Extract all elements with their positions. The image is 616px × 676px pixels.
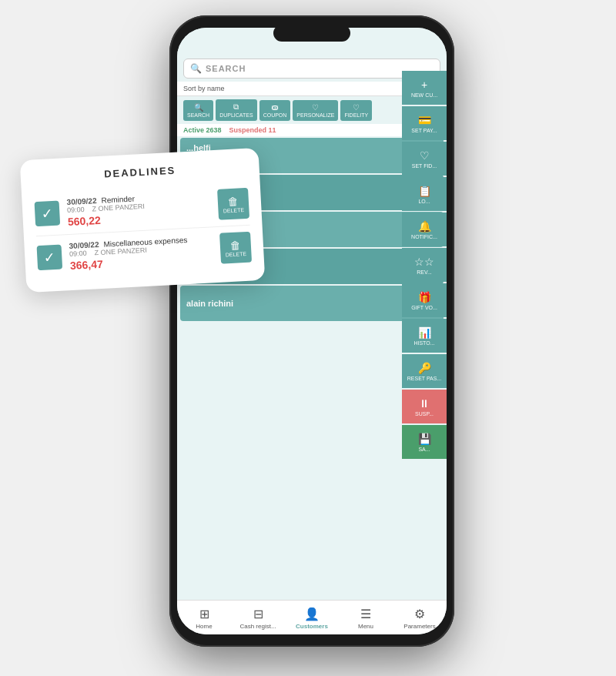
document-icon: 📋 [418,185,431,197]
personalize-icon: ♡ [312,103,319,112]
trash-icon: 🗑 [227,195,239,208]
cash-register-icon: ⊟ [253,607,263,621]
filter-search-btn[interactable]: 🔍 SEARCH [183,100,213,121]
bell-icon: 🔔 [418,220,431,233]
deadline-content-2: 30/09/22 Miscellaneous expenses 09:00 Z … [69,234,213,272]
history-icon: 📊 [418,326,431,339]
filter-coupon-btn[interactable]: 🎟 COUPON [259,100,291,121]
phone-notch [273,25,350,42]
trash-icon-2: 🗑 [229,239,241,252]
customer-info-5: alain richini [186,299,420,308]
fidelity-icon: ♡ [353,103,360,112]
sidebar-save-btn[interactable]: 💾 SA... [402,425,447,459]
filter-personalize-btn[interactable]: ♡ PERSONALIZE [293,100,338,121]
home-icon: ⊞ [199,607,209,621]
nav-customers[interactable]: 👤 Customers [285,605,339,631]
filter-fidelity-btn[interactable]: ♡ FIDELITY [340,100,372,121]
nav-home-label: Home [196,623,212,630]
menu-icon: ☰ [360,607,371,621]
active-status[interactable]: Active 2638 [183,126,222,134]
customer-name-5: alain richini [186,299,420,308]
nav-parameters-label: Parameters [403,623,435,630]
deadline-content-1: 30/09/22 Reminder 09:00 Z ONE PANZERI 56… [66,190,211,228]
stars-icon: ☆☆ [414,256,434,268]
save-icon: 💾 [418,433,431,445]
nav-home[interactable]: ⊞ Home [177,605,231,631]
checkmark-icon-2: ✓ [43,249,55,266]
plus-icon: + [421,79,427,91]
sidebar-lo-btn[interactable]: 📋 LO... [402,177,447,211]
phone-shell: 🔍 SEARCH Sort by name 🔍 SEARCH ⧉ DUPLICA… [169,15,454,647]
sidebar-review-btn[interactable]: ☆☆ REV... [402,248,447,282]
nav-cash-label: Cash regist... [239,623,276,630]
search-placeholder: SEARCH [206,64,246,73]
sidebar-set-payment-btn[interactable]: 💳 SET PAY... [402,106,447,140]
filter-duplicates-btn[interactable]: ⧉ DUPLICATES [216,99,256,121]
nav-menu[interactable]: ☰ Menu [339,605,393,631]
sidebar-suspend-btn[interactable]: ⏸ SUSP... [402,390,447,423]
gift-icon: 🎁 [418,291,431,303]
suspend-icon: ⏸ [419,397,430,410]
heart-icon: ♡ [420,149,430,162]
phone-screen: 🔍 SEARCH Sort by name 🔍 SEARCH ⧉ DUPLICA… [177,28,447,634]
payment-icon: 💳 [418,114,431,126]
sidebar-reset-password-btn[interactable]: 🔑 RESET PAS... [402,354,447,388]
search-filter-icon: 🔍 [194,103,203,112]
sidebar-new-customer-btn[interactable]: + NEW CU... [402,71,447,105]
deadlines-title: DEADLINES [33,161,247,184]
sidebar-gift-voucher-btn[interactable]: 🎁 GIFT VO... [402,283,447,317]
nav-customers-label: Customers [296,623,328,630]
delete-button-2[interactable]: 🗑 DELETE [219,232,252,264]
sidebar-notification-btn[interactable]: 🔔 NOTIFIC... [402,213,447,246]
checkmark-icon: ✓ [41,205,53,223]
key-icon: 🔑 [418,362,431,374]
nav-cash-register[interactable]: ⊟ Cash regist... [231,605,285,631]
delete-button-1[interactable]: 🗑 DELETE [217,188,249,220]
nav-menu-label: Menu [358,623,373,630]
deadline-checkbox-1[interactable]: ✓ [35,201,61,227]
right-sidebar: + NEW CU... 💳 SET PAY... ♡ SET FID... 📋 … [402,40,447,622]
deadline-checkbox-2[interactable]: ✓ [37,245,63,271]
coupon-icon: 🎟 [271,103,279,112]
sort-label: Sort by name [183,85,225,92]
customers-icon: 👤 [304,607,320,621]
search-icon: 🔍 [190,63,202,74]
sidebar-history-btn[interactable]: 📊 HISTO... [402,319,447,353]
duplicates-icon: ⧉ [233,102,239,112]
sidebar-set-fidelity-btn[interactable]: ♡ SET FID... [402,142,447,176]
deadlines-card: DEADLINES ✓ 30/09/22 Reminder 09:00 Z ON… [20,148,266,293]
suspended-status[interactable]: Suspended 11 [229,126,276,134]
